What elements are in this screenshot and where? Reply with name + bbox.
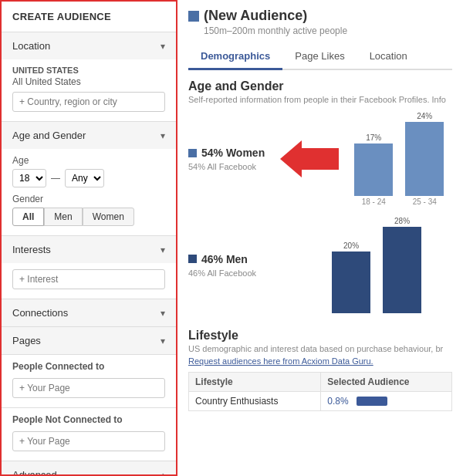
region-input[interactable] [12,92,165,112]
connections-label: Connections [12,307,68,319]
arrow-container [280,140,339,177]
lifestyle-title: Lifestyle [188,329,452,343]
men-stat-sub: 46% All Facebook [188,268,256,278]
pages-section: Pages ▾ [2,327,176,355]
bar-col-women-18-24: 17% 18 - 24 [354,133,393,206]
age-to-select[interactable]: Any [65,169,104,187]
region-title: UNITED STATES [12,66,165,75]
selected-audience-cell: 0.8% [321,392,452,411]
people-connected-input[interactable] [12,378,165,398]
bar-pct-men-18-24: 20% [343,241,359,250]
tab-demographics[interactable]: Demographics [188,44,282,70]
lifestyle-desc: US demographic and interest data based o… [188,344,452,353]
location-label: Location [12,40,50,52]
lifestyle-table: Lifestyle Selected Audience Country Enth… [188,372,452,411]
people-connected-label: People Connected to [12,361,165,372]
age-gender-section-title: Age and Gender [188,79,452,93]
tab-bar: Demographics Page Likes Location [188,44,452,70]
region-sub: All United States [12,76,165,87]
interests-chevron-icon: ▾ [161,245,165,255]
people-connected-section: People Connected to [2,355,176,408]
men-stat-block: 46% Men 46% All Facebook [188,253,256,278]
audience-subtitle: 150m–200m monthly active people [188,25,452,36]
age-gender-section-desc: Self-reported information from people in… [188,95,452,104]
bar-rect-women-18-24 [354,143,393,196]
bar-rect-men-25-34 [383,227,421,313]
age-gender-header[interactable]: Age and Gender ▾ [2,122,176,149]
men-stat-row: 46% Men [188,253,256,265]
pages-chevron-icon: ▾ [161,336,165,346]
bar-col-men-18-24: 20% [332,241,370,313]
women-stat-label: 54% Women [201,147,265,159]
gender-label: Gender [12,194,165,204]
age-gender-body: Age 18 — Any Gender All Men Women [2,149,176,235]
table-row: Country Enthusiasts 0.8% [189,392,452,411]
age-from-select[interactable]: 18 [12,169,46,187]
lifestyle-table-head: Lifestyle Selected Audience [189,373,452,392]
lifestyle-table-header-row: Lifestyle Selected Audience [189,373,452,392]
main-panel: (New Audience) 150m–200m monthly active … [177,0,463,476]
bar-range-18-24: 18 - 24 [362,197,386,206]
pages-header[interactable]: Pages ▾ [2,327,176,354]
audience-title: (New Audience) [188,8,452,24]
people-not-connected-body: People Not Connected to [2,408,176,461]
men-square-icon [188,255,197,263]
pages-label: Pages [12,335,41,346]
bar-col-women-25-34: 24% 25 - 34 [405,112,444,206]
women-stat-row: 54% Women [188,147,265,159]
gender-all-button[interactable]: All [12,208,44,226]
audience-title-text: (New Audience) [204,8,307,24]
people-not-connected-section: People Not Connected to [2,408,176,461]
age-dash: — [51,173,60,184]
selected-audience-col-header: Selected Audience [321,373,452,392]
interests-input[interactable] [12,269,165,289]
men-bars-row: 20% 28% [332,217,421,313]
sidebar-header: CREATE AUDIENCE [2,2,176,32]
people-not-connected-label: People Not Connected to [12,414,165,425]
age-label: Age [12,155,165,166]
interests-section: Interests ▾ [2,236,176,299]
bar-rect-women-25-34 [405,122,444,196]
red-arrow-icon [280,140,339,177]
location-section-header[interactable]: Location ▾ [2,32,176,59]
lifestyle-bar-pct: 0.8% [327,396,352,407]
lifestyle-link[interactable]: Request audiences here from Acxiom Data … [188,356,452,366]
tab-page-likes[interactable]: Page Likes [282,44,357,70]
age-gender-main: Age and Gender Self-reported information… [188,79,452,318]
bar-rect-men-18-24 [332,252,370,313]
location-section: Location ▾ UNITED STATES All United Stat… [2,32,176,122]
audience-title-square-icon [188,11,199,22]
people-connected-body: People Connected to [2,355,176,407]
women-stat-block: 54% Women 54% All Facebook [188,147,265,171]
advanced-arrow-icon: › [162,469,165,476]
bar-col-men-25-34: 28% [383,217,421,313]
women-square-icon [188,149,197,157]
bar-chart: 17% 18 - 24 24% 25 - 34 [354,112,444,206]
lifestyle-col-header: Lifestyle [189,373,321,392]
location-chevron-icon: ▾ [161,41,165,52]
sidebar: CREATE AUDIENCE Location ▾ UNITED STATES… [0,0,177,476]
age-gender-section: Age and Gender ▾ Age 18 — Any Gender All… [2,122,176,236]
connections-section: Connections ▾ [2,299,176,327]
women-bars-row: 17% 18 - 24 24% 25 - 34 [354,112,444,206]
location-section-body: UNITED STATES All United States [2,59,176,121]
lifestyle-table-body: Country Enthusiasts 0.8% [189,392,452,411]
men-stat-label: 46% Men [201,253,248,265]
age-gender-chevron-icon: ▾ [161,130,165,141]
interests-header[interactable]: Interests ▾ [2,236,176,263]
interests-label: Interests [12,244,51,255]
tab-location[interactable]: Location [357,44,420,70]
women-stat-sub: 54% All Facebook [188,162,265,171]
gender-men-button[interactable]: Men [44,208,82,226]
lifestyle-bar-fill [357,397,387,406]
connections-header[interactable]: Connections ▾ [2,299,176,326]
lifestyle-cell: Country Enthusiasts [189,392,321,411]
interests-body [2,263,176,299]
people-not-connected-input[interactable] [12,431,165,451]
advanced-section[interactable]: Advanced › [2,461,176,476]
connections-chevron-icon: ▾ [161,308,165,319]
lifestyle-bar-cell: 0.8% [327,396,445,407]
bar-pct-men-25-34: 28% [394,217,410,225]
gender-women-button[interactable]: Women [83,208,134,226]
bar-pct-women-25-34: 24% [417,112,432,120]
